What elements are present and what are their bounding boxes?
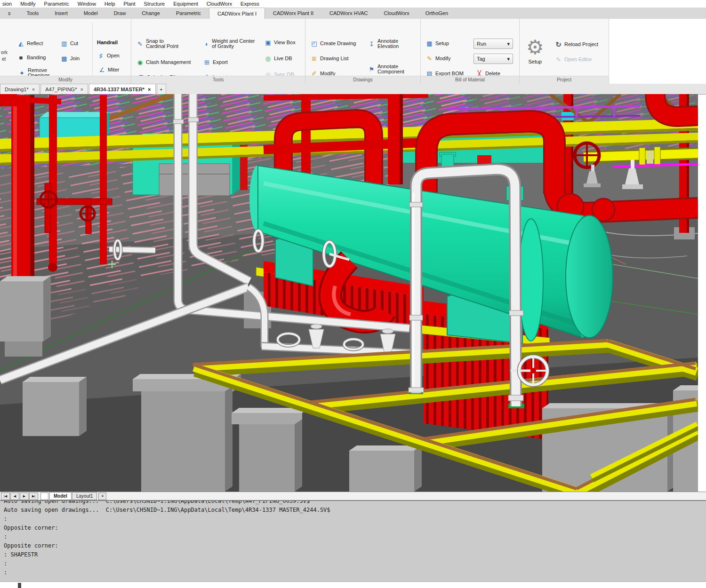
panel-title-drawings: Drawings (305, 76, 420, 84)
ribbon-panel-bom: ▦ Setup ✎ Modify ▤ Export BOM Run ▾ Tag … (421, 19, 520, 84)
weight-cog-button[interactable]: ◑ Weight and Center of Gravity (202, 39, 255, 49)
ribbon-tab-tools[interactable]: Tools (19, 8, 47, 19)
snap-cardinal-button[interactable]: ✎ Snap to Cardinal Point (136, 39, 184, 49)
new-drawing-tab-button[interactable]: + (157, 84, 166, 94)
create-drawing-button[interactable]: ◰ Create Drawing (310, 40, 356, 47)
miter-button[interactable]: ∠ Miter (98, 67, 119, 73)
menu-item-modify[interactable]: Modify (16, 1, 40, 7)
bom-setup-icon: ▦ (425, 40, 433, 47)
panel-title-project: Project (520, 76, 609, 84)
command-line-text: Auto saving open drawings... C:\Users\CH… (4, 506, 706, 515)
ribbon-panel-tools: ✎ Snap to Cardinal Point ◉ Clash Managem… (131, 19, 305, 84)
banding-button[interactable]: ■ Banding (17, 55, 46, 61)
command-line-text: Auto saving open drawings... C:\Users\CH… (4, 500, 706, 506)
command-history[interactable]: Auto saving open drawings... C:\Users\CH… (0, 500, 706, 581)
text-cursor (18, 583, 21, 588)
reload-project-button[interactable]: ↻ Reload Project (554, 41, 598, 48)
ribbon-tab-cadworx-plant1[interactable]: CADWorx Plant I (209, 8, 265, 19)
clipped-label: ork (1, 50, 8, 55)
weight-cog-icon: ◑ (202, 41, 210, 47)
ribbon-tab-cadworx-plant2[interactable]: CADWorx Plant II (265, 8, 321, 19)
drawing-tab-2[interactable]: A47_PIPING* × (40, 84, 88, 94)
annotate-elevation-button[interactable]: ↧ Annotate Elevation (368, 39, 406, 49)
cut-icon: ▥ (60, 40, 68, 47)
menu-item-partial[interactable]: sion (0, 1, 16, 7)
ribbon-panel-modify: ork et ◭ Reflect ■ Banding ✦ Remove Open… (0, 19, 131, 84)
chevron-down-icon: ▾ (507, 41, 510, 47)
annotate-component-button[interactable]: ⚑ Annotate Component (368, 64, 409, 74)
last-layout-button[interactable]: ▶| (29, 493, 38, 500)
menu-item-plant[interactable]: Plant (120, 1, 140, 7)
ribbon-tab-draw[interactable]: Draw (106, 8, 134, 19)
menu-bar: sion Modify Parametric Window Help Plant… (0, 0, 706, 8)
panel-title-bom: Bill of Material (421, 76, 519, 84)
ribbon-tab-change[interactable]: Change (134, 8, 168, 19)
gear-icon: ⚙ (526, 37, 544, 58)
panel-divider (92, 23, 93, 75)
join-button[interactable]: ▩ Join (60, 56, 80, 62)
close-icon[interactable]: × (32, 87, 35, 92)
command-line-text: : (4, 515, 706, 524)
menu-item-parametric[interactable]: Parametric (40, 1, 73, 7)
handrail-header: Handrail (97, 40, 118, 45)
ribbon-panel-drawings: ◰ Create Drawing ≣ Drawing List ✐ Modify… (305, 19, 421, 84)
close-icon[interactable]: × (148, 87, 151, 92)
add-layout-button[interactable]: + (98, 493, 106, 500)
reflect-icon: ◭ (17, 40, 25, 47)
ribbon: ork et ◭ Reflect ■ Banding ✦ Remove Open… (0, 19, 706, 84)
model-tab[interactable]: Model (49, 492, 72, 500)
close-icon[interactable]: × (80, 87, 83, 92)
command-input[interactable] (0, 581, 706, 588)
view-box-button[interactable]: ▣ View Box (264, 40, 296, 46)
menu-item-equipment[interactable]: Equipment (169, 1, 202, 7)
drawing-list-icon: ≣ (310, 56, 318, 62)
layout-tab-bar: |◀ ◀ ▶ ▶| Model Layout1 + (0, 492, 706, 500)
ribbon-tab-cadworx-hvac[interactable]: CADWorx HVAC (321, 8, 376, 19)
next-layout-button[interactable]: ▶ (20, 493, 29, 500)
command-line-text: : SHAPESTR (4, 550, 706, 559)
export-icon: ⊞ (203, 59, 211, 65)
command-line-text: : (4, 568, 706, 577)
menu-item-window[interactable]: Window (73, 1, 100, 7)
ribbon-tab-partial[interactable]: s (0, 8, 19, 19)
layout1-tab[interactable]: Layout1 (72, 492, 97, 500)
drawing-tab-active[interactable]: 4R34-1337 MASTER* × (89, 84, 156, 94)
clash-icon: ◉ (136, 59, 144, 65)
first-layout-button[interactable]: |◀ (1, 493, 10, 500)
create-drawing-icon: ◰ (310, 40, 318, 47)
handrail-open-button[interactable]: ♯ Open (97, 53, 120, 59)
ribbon-tab-model[interactable]: Model (76, 8, 106, 19)
project-setup-button[interactable]: ⚙ Setup (526, 37, 544, 64)
menu-item-structure[interactable]: Structure (140, 1, 169, 7)
layout-spacer (40, 493, 48, 500)
command-line-text: : (4, 559, 706, 568)
ribbon-panel-project: ⚙ Setup ↻ Reload Project ✎ Open Editor P… (520, 19, 609, 84)
handrail-open-icon: ♯ (97, 53, 105, 59)
viewport-3d[interactable] (0, 94, 698, 492)
bom-modify-button[interactable]: ✎ Modify (425, 56, 450, 62)
clash-management-button[interactable]: ◉ Clash Management (136, 59, 191, 65)
ribbon-tab-orthogen[interactable]: OrthoGen (417, 8, 456, 19)
ribbon-tab-cloudworx[interactable]: CloudWorx (376, 8, 417, 19)
ribbon-tab-parametric[interactable]: Parametric (168, 8, 209, 19)
command-line-text: Opposite corner: (4, 524, 706, 532)
live-db-button[interactable]: ◎ Live DB (264, 56, 292, 62)
command-line-text: Opposite corner: (4, 541, 706, 550)
ribbon-tab-insert[interactable]: Insert (47, 8, 76, 19)
cut-button[interactable]: ▥ Cut (60, 40, 78, 47)
command-line-text: : (4, 532, 706, 541)
drawing-tab-bar: Drawing1* × A47_PIPING* × 4R34-1337 MAST… (0, 84, 706, 95)
reflect-button[interactable]: ◭ Reflect (17, 40, 43, 47)
menu-item-cloudworx[interactable]: CloudWorx (202, 1, 236, 7)
annotate-elevation-icon: ↧ (368, 41, 376, 47)
drawing-list-button[interactable]: ≣ Drawing List (310, 56, 349, 62)
prev-layout-button[interactable]: ◀ (10, 493, 19, 500)
bom-run-dropdown[interactable]: Run ▾ (473, 39, 513, 49)
export-button[interactable]: ⊞ Export (203, 59, 228, 65)
bom-tag-dropdown[interactable]: Tag ▾ (473, 54, 513, 64)
drawing-tab-1[interactable]: Drawing1* × (0, 84, 40, 94)
bom-setup-button[interactable]: ▦ Setup (425, 40, 449, 47)
menu-item-help[interactable]: Help (100, 1, 120, 7)
menu-item-express[interactable]: Express (236, 1, 264, 7)
annotate-component-icon: ⚑ (368, 66, 376, 72)
